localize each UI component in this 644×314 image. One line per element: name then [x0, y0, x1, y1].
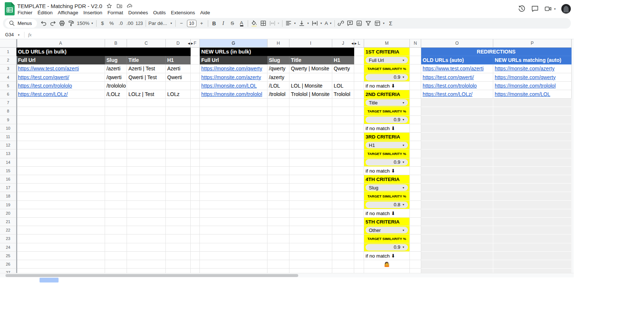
cell-A27[interactable]: [16, 269, 105, 273]
cell-D10[interactable]: [166, 124, 191, 133]
cell-P3[interactable]: https://monsite.com/azerty: [493, 64, 572, 73]
cell-O17[interactable]: [421, 184, 493, 192]
cell-G13[interactable]: [200, 149, 267, 158]
cell-C26[interactable]: [127, 260, 166, 269]
cell-C2[interactable]: Title: [127, 56, 166, 64]
cell-J16[interactable]: [332, 175, 354, 184]
cell-P25[interactable]: [493, 252, 572, 260]
cell-N27[interactable]: [410, 269, 421, 273]
cell-J23[interactable]: [332, 234, 354, 243]
cell-P19[interactable]: [493, 201, 572, 209]
cell-P21[interactable]: [493, 218, 572, 226]
cell-O21[interactable]: [421, 218, 493, 226]
cell-F8[interactable]: [191, 107, 200, 115]
row-header-2[interactable]: 2: [0, 56, 16, 64]
cell-A10[interactable]: [16, 124, 105, 133]
unhide-column-icon[interactable]: ▶: [191, 42, 193, 45]
cell-J26[interactable]: [332, 260, 354, 269]
cell-N5[interactable]: [410, 82, 421, 90]
cell-F7[interactable]: [191, 99, 200, 107]
cell-J21[interactable]: [332, 218, 354, 226]
row-header-13[interactable]: 13: [0, 149, 16, 158]
cell-M23[interactable]: TARGET SIMILARITY %: [364, 234, 410, 243]
cell-B6[interactable]: /LOLz: [105, 90, 127, 99]
cell-A21[interactable]: [16, 218, 105, 226]
row-header-11[interactable]: 11: [0, 133, 16, 141]
cell-B7[interactable]: [105, 99, 127, 107]
cell-B24[interactable]: [105, 243, 127, 252]
dropdown-chip-M2[interactable]: Full Url▼: [366, 57, 408, 63]
cell-O16[interactable]: [421, 175, 493, 184]
cell-H27[interactable]: [267, 269, 289, 273]
cell-I7[interactable]: [289, 99, 332, 107]
row-header-12[interactable]: 12: [0, 141, 16, 149]
cell-L4[interactable]: [354, 73, 364, 82]
cell-M8[interactable]: TARGET SIMILARITY %: [364, 107, 410, 115]
cell-G4[interactable]: https://monsite.com/azerty: [200, 73, 267, 82]
decrease-font-size-button[interactable]: −: [177, 19, 186, 28]
row-header-21[interactable]: 21: [0, 218, 16, 226]
row-header-19[interactable]: 19: [0, 201, 16, 209]
cell-H23[interactable]: [267, 234, 289, 243]
cell-O10[interactable]: [421, 124, 493, 133]
cell-G5[interactable]: https://monsite.com/LOL: [200, 82, 267, 90]
row-header-26[interactable]: 26: [0, 260, 16, 269]
cell-F27[interactable]: [191, 269, 200, 273]
column-header-C[interactable]: C: [127, 39, 166, 48]
cell-M25[interactable]: if no match ⬇: [364, 252, 410, 260]
cell-M21[interactable]: 5TH CRITERIA: [364, 218, 410, 226]
dropdown-chip-M22[interactable]: Other▼: [366, 227, 408, 233]
cell-A9[interactable]: [16, 116, 105, 124]
cell-F23[interactable]: [191, 234, 200, 243]
cell-A12[interactable]: [16, 141, 105, 149]
cell-I20[interactable]: [289, 209, 332, 218]
currency-format-button[interactable]: $: [98, 19, 107, 28]
cell-I15[interactable]: [289, 167, 332, 175]
cell-L27[interactable]: [354, 269, 364, 273]
cell-D16[interactable]: [166, 175, 191, 184]
cell-P6[interactable]: https://monsite.com/LOL: [493, 90, 572, 99]
font-size-input[interactable]: 10: [187, 20, 196, 27]
cell-C12[interactable]: [127, 141, 166, 149]
row-header-9[interactable]: 9: [0, 116, 16, 124]
cell-H7[interactable]: [267, 99, 289, 107]
cell-O8[interactable]: [421, 107, 493, 115]
cell-O13[interactable]: [421, 149, 493, 158]
cell-B19[interactable]: [105, 201, 127, 209]
cell-M13[interactable]: TARGET SIMILARITY %: [364, 149, 410, 158]
cell-P10[interactable]: [493, 124, 572, 133]
cell-F17[interactable]: [191, 184, 200, 192]
menu-aide[interactable]: Aide: [198, 9, 213, 16]
cloud-saved-icon[interactable]: [127, 3, 133, 9]
cell-G12[interactable]: [200, 141, 267, 149]
cell-L9[interactable]: [354, 116, 364, 124]
cell-G20[interactable]: [200, 209, 267, 218]
cell-A17[interactable]: [16, 184, 105, 192]
undo-button[interactable]: [39, 19, 48, 28]
create-filter-button[interactable]: [364, 19, 373, 28]
cell-L26[interactable]: [354, 260, 364, 269]
cell-P7[interactable]: [493, 99, 572, 107]
column-header-L[interactable]: L▶: [354, 39, 364, 48]
cell-B22[interactable]: [105, 226, 127, 234]
cell-O26[interactable]: [421, 260, 493, 269]
vertical-align-button[interactable]: ▼: [297, 19, 310, 28]
cell-D17[interactable]: [166, 184, 191, 192]
cell-L24[interactable]: [354, 243, 364, 252]
cell-C7[interactable]: [127, 99, 166, 107]
column-header-F[interactable]: F▶: [191, 39, 200, 48]
cell-I5[interactable]: LOL | Monsite: [289, 82, 332, 90]
cell-I26[interactable]: [289, 260, 332, 269]
cell-B20[interactable]: [105, 209, 127, 218]
cell-D9[interactable]: [166, 116, 191, 124]
cell-F11[interactable]: [191, 133, 200, 141]
cell-O9[interactable]: [421, 116, 493, 124]
cell-F15[interactable]: [191, 167, 200, 175]
cell-G14[interactable]: [200, 158, 267, 167]
cell-H10[interactable]: [267, 124, 289, 133]
row-header-24[interactable]: 24: [0, 243, 16, 252]
menu-affichage[interactable]: Affichage: [55, 9, 81, 16]
cell-D8[interactable]: [166, 107, 191, 115]
cell-N20[interactable]: [410, 209, 421, 218]
cell-M14[interactable]: 0.9▼: [364, 158, 410, 167]
